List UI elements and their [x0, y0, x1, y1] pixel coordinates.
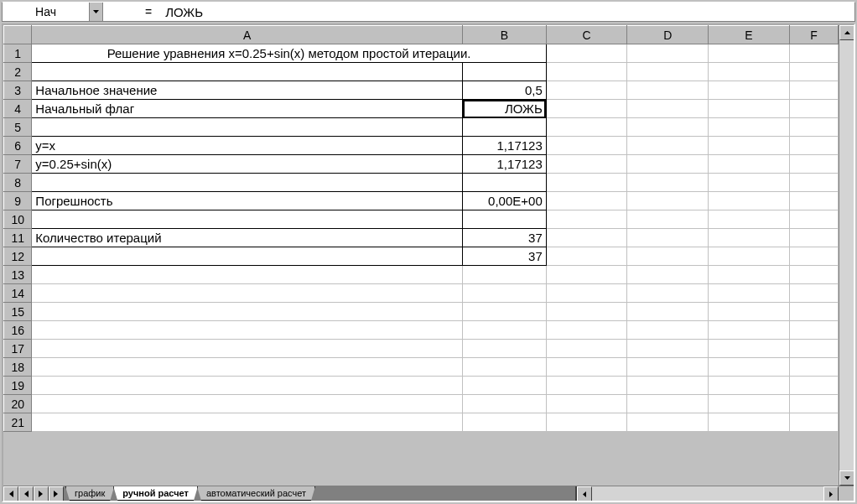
cell-C9[interactable] [546, 192, 627, 210]
cell-D19[interactable] [627, 377, 709, 395]
scroll-right-button[interactable] [823, 486, 839, 501]
cell-A12[interactable] [32, 247, 463, 266]
cell-F3[interactable] [789, 81, 838, 100]
tab-last-button[interactable] [49, 486, 64, 501]
row-header-19[interactable]: 19 [4, 377, 32, 395]
cell-F20[interactable] [789, 395, 838, 413]
col-header-E[interactable]: E [709, 26, 790, 44]
select-all-corner[interactable] [4, 26, 32, 44]
cell-E12[interactable] [709, 247, 790, 266]
cell-F10[interactable] [789, 210, 838, 229]
cell-E1[interactable] [709, 44, 790, 63]
cell-E11[interactable] [709, 229, 790, 247]
row-header-9[interactable]: 9 [4, 192, 32, 210]
col-header-D[interactable]: D [627, 26, 709, 44]
cell-A6[interactable]: y=x [32, 137, 463, 155]
cell-E16[interactable] [709, 321, 790, 340]
row-header-20[interactable]: 20 [4, 395, 32, 413]
cell-D18[interactable] [627, 358, 709, 377]
cell-C10[interactable] [546, 210, 627, 229]
cell-A1[interactable]: Решение уравнения x=0.25+sin(x) методом … [32, 44, 546, 63]
cell-C4[interactable] [546, 100, 627, 118]
sheet-tab-1[interactable]: ручной расчет [113, 486, 198, 501]
cell-B4[interactable]: ЛОЖЬ [463, 100, 547, 118]
cell-C16[interactable] [546, 321, 627, 340]
spreadsheet-grid[interactable]: ABCDEF1Решение уравнения x=0.25+sin(x) м… [3, 25, 839, 432]
cell-F9[interactable] [789, 192, 838, 210]
cell-D21[interactable] [627, 413, 709, 432]
cell-E3[interactable] [709, 81, 790, 100]
cell-D2[interactable] [627, 63, 709, 81]
cell-B17[interactable] [463, 340, 547, 358]
cell-A13[interactable] [32, 266, 463, 284]
cell-E2[interactable] [709, 63, 790, 81]
cell-B10[interactable] [463, 210, 547, 229]
cell-C11[interactable] [546, 229, 627, 247]
cell-A14[interactable] [32, 284, 463, 303]
sheet-tab-0[interactable]: график [65, 486, 114, 501]
cell-F12[interactable] [789, 247, 838, 266]
cell-D15[interactable] [627, 303, 709, 321]
cell-B3[interactable]: 0,5 [463, 81, 547, 100]
cell-F15[interactable] [789, 303, 838, 321]
row-header-16[interactable]: 16 [4, 321, 32, 340]
cell-A15[interactable] [32, 303, 463, 321]
cell-C21[interactable] [546, 413, 627, 432]
cell-E5[interactable] [709, 118, 790, 137]
row-header-8[interactable]: 8 [4, 174, 32, 192]
cell-B14[interactable] [463, 284, 547, 303]
row-header-12[interactable]: 12 [4, 247, 32, 266]
row-header-18[interactable]: 18 [4, 358, 32, 377]
cell-F14[interactable] [789, 284, 838, 303]
scroll-down-button[interactable] [839, 470, 854, 486]
col-header-A[interactable]: A [32, 26, 463, 44]
cell-B8[interactable] [463, 174, 547, 192]
row-header-15[interactable]: 15 [4, 303, 32, 321]
cell-B11[interactable]: 37 [463, 229, 547, 247]
cell-D4[interactable] [627, 100, 709, 118]
cell-E20[interactable] [709, 395, 790, 413]
cell-B6[interactable]: 1,17123 [463, 137, 547, 155]
col-header-C[interactable]: C [546, 26, 627, 44]
row-header-5[interactable]: 5 [4, 118, 32, 137]
tab-next-button[interactable] [34, 486, 49, 501]
cell-C14[interactable] [546, 284, 627, 303]
cell-A8[interactable] [32, 174, 463, 192]
cell-B2[interactable] [463, 63, 547, 81]
cell-B16[interactable] [463, 321, 547, 340]
cell-E8[interactable] [709, 174, 790, 192]
cell-C6[interactable] [546, 137, 627, 155]
row-header-21[interactable]: 21 [4, 413, 32, 432]
col-header-B[interactable]: B [463, 26, 547, 44]
cell-A9[interactable]: Погрешность [32, 192, 463, 210]
cell-E21[interactable] [709, 413, 790, 432]
cell-C13[interactable] [546, 266, 627, 284]
cell-A18[interactable] [32, 358, 463, 377]
cell-A11[interactable]: Количество итераций [32, 229, 463, 247]
vscroll-track[interactable] [839, 40, 854, 470]
cell-D20[interactable] [627, 395, 709, 413]
tab-first-button[interactable] [3, 486, 18, 501]
cell-A19[interactable] [32, 377, 463, 395]
cell-C7[interactable] [546, 155, 627, 174]
cell-E13[interactable] [709, 266, 790, 284]
scroll-left-button[interactable] [577, 486, 592, 501]
cell-D14[interactable] [627, 284, 709, 303]
cell-E14[interactable] [709, 284, 790, 303]
cell-C5[interactable] [546, 118, 627, 137]
cell-F4[interactable] [789, 100, 838, 118]
cell-A10[interactable] [32, 210, 463, 229]
cell-F21[interactable] [789, 413, 838, 432]
cell-D1[interactable] [627, 44, 709, 63]
cell-A20[interactable] [32, 395, 463, 413]
cell-A21[interactable] [32, 413, 463, 432]
cell-F19[interactable] [789, 377, 838, 395]
cell-E7[interactable] [709, 155, 790, 174]
sheet-tab-2[interactable]: автоматический расчет [197, 486, 315, 501]
vertical-scrollbar[interactable] [839, 25, 854, 486]
cell-A5[interactable] [32, 118, 463, 137]
cell-F8[interactable] [789, 174, 838, 192]
cell-D8[interactable] [627, 174, 709, 192]
row-header-4[interactable]: 4 [4, 100, 32, 118]
cell-F7[interactable] [789, 155, 838, 174]
